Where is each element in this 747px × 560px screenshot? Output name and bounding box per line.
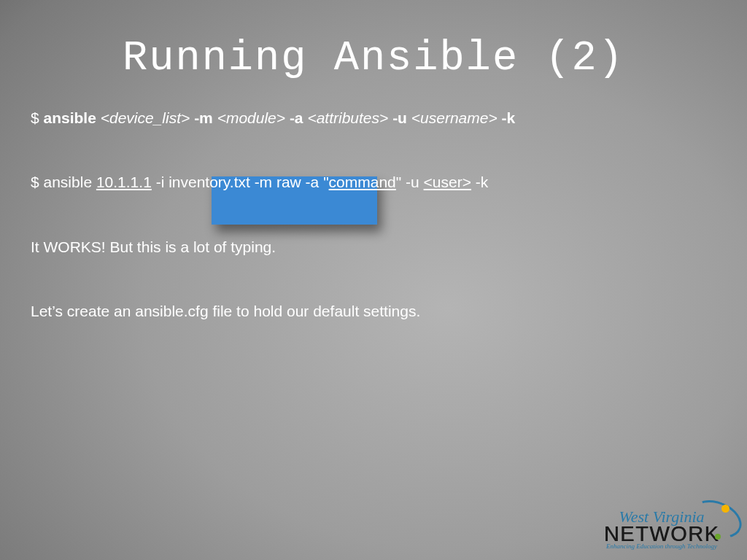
arg-attributes: <attributes> — [307, 109, 388, 126]
example-mid2: " -u — [396, 174, 424, 190]
slide-title: Running Ansible (2) — [0, 35, 747, 82]
slide: Running Ansible (2) $ ansible <device_li… — [0, 0, 747, 560]
arg-device-list: <device_list> — [101, 109, 190, 126]
example-pre: $ ansible — [31, 174, 96, 190]
flag-k: -k — [498, 109, 516, 126]
example-tail: -k — [471, 174, 488, 190]
example-command: command — [329, 174, 396, 190]
arg-module: <module> — [217, 109, 285, 126]
logo-tagline: Enhancing Education through Technology — [585, 543, 738, 550]
example-mid1: -i inventory.txt -m raw -a " — [152, 174, 329, 190]
example-user: <user> — [424, 174, 471, 190]
flag-u: -u — [388, 109, 411, 126]
flag-m: -m — [190, 109, 217, 126]
arg-username: <username> — [411, 109, 498, 126]
cmd-ansible: ansible — [44, 109, 101, 126]
example-line: $ ansible 10.1.1.1 -i inventory.txt -m r… — [31, 172, 716, 192]
syntax-line: $ ansible <device_list> -m <module> -a <… — [31, 108, 716, 128]
example-ip: 10.1.1.1 — [96, 174, 152, 190]
slide-body: $ ansible <device_list> -m <module> -a <… — [31, 108, 716, 365]
flag-a: -a — [285, 109, 307, 126]
cfg-line: Let’s create an ansible.cfg file to hold… — [31, 301, 716, 322]
prompt: $ — [31, 109, 44, 126]
logo-dot-yellow-icon — [721, 505, 729, 513]
logo-wv: West Virginia — [619, 509, 704, 525]
logo: West Virginia NETWORK Enhancing Educatio… — [585, 509, 738, 550]
works-line: It WORKS! But this is a lot of typing. — [31, 237, 716, 257]
logo-dot-green-icon — [715, 534, 721, 540]
